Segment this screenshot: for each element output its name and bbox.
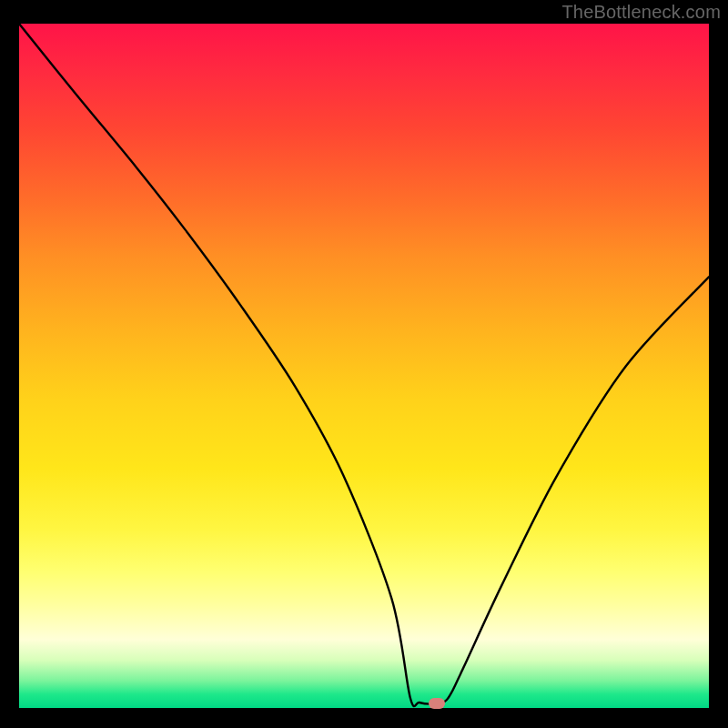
- chart-frame: TheBottleneck.com: [0, 0, 728, 728]
- bottleneck-curve: [19, 24, 709, 708]
- optimal-point-marker: [429, 698, 445, 709]
- plot-area: [19, 24, 709, 708]
- watermark-text: TheBottleneck.com: [561, 2, 721, 23]
